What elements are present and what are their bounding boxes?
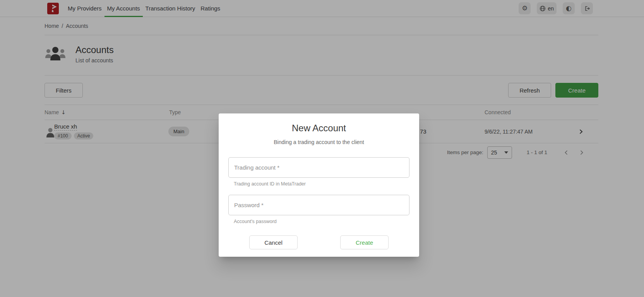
cancel-button[interactable]: Cancel <box>249 235 298 249</box>
password-hint: Account's password <box>228 219 409 224</box>
new-account-dialog: New Account Binding a trading account to… <box>219 113 419 257</box>
trading-account-input[interactable] <box>228 157 409 178</box>
dialog-create-button[interactable]: Create <box>340 235 389 249</box>
password-input[interactable] <box>228 195 409 215</box>
trading-account-hint: Trading account ID in MetaTrader <box>228 181 409 187</box>
dialog-subtitle: Binding a trading account to the client <box>228 139 409 145</box>
dialog-title: New Account <box>228 123 409 134</box>
dialog-actions: Cancel Create <box>228 235 409 249</box>
